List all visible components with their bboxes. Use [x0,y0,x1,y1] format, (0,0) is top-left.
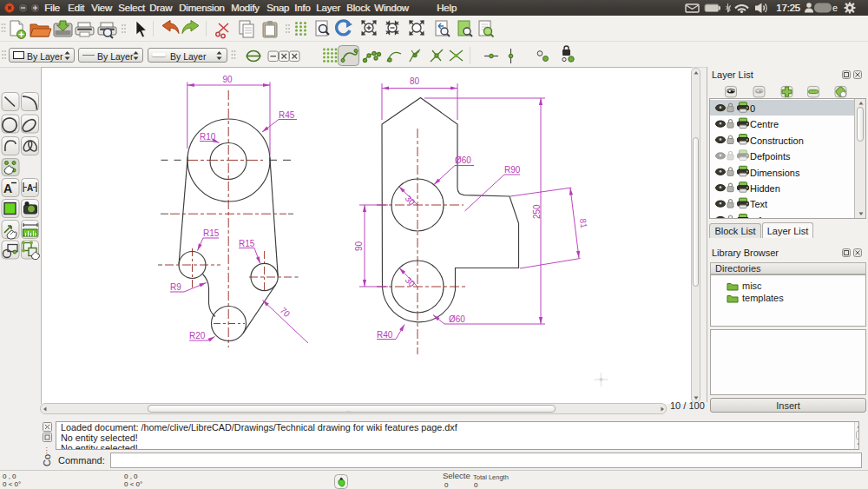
svg-text:90: 90 [354,241,364,251]
svg-text:90: 90 [223,75,233,84]
svg-text:80: 80 [410,76,420,86]
svg-text:R10: R10 [200,132,216,142]
svg-text:R15: R15 [239,239,255,248]
svg-text:Ø60: Ø60 [449,314,465,324]
svg-text:R45: R45 [279,110,295,120]
svg-text:81: 81 [578,218,589,229]
svg-text:R20: R20 [189,331,206,340]
svg-text:R40: R40 [377,330,393,340]
svg-text:Ø60: Ø60 [455,155,471,165]
svg-text:e: e [832,3,838,13]
svg-text:250: 250 [532,204,542,219]
svg-text:R15: R15 [203,228,220,238]
svg-text:A: A [3,182,12,195]
svg-text:A: A [27,183,33,193]
svg-text:R9: R9 [170,282,181,292]
svg-text:R90: R90 [504,165,521,175]
